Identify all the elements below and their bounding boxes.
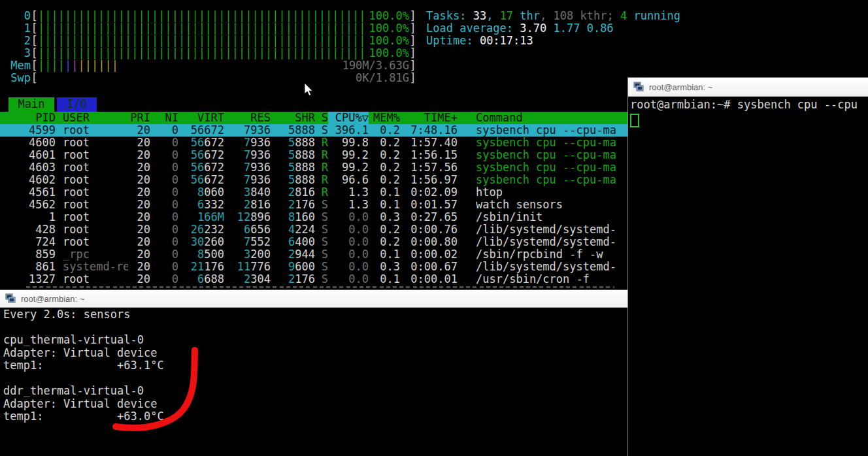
- meter-bracket: [: [31, 35, 38, 47]
- value-cpu: 396.1: [335, 124, 369, 137]
- cell-pid: 1: [0, 211, 56, 223]
- value-megabytes: 7: [244, 236, 250, 248]
- cell-cmd: sysbench cpu --cpu-ma: [458, 174, 629, 186]
- sensors-window-titlebar[interactable]: root@armbian: ~: [0, 290, 628, 308]
- cell-mem: 0.2: [369, 161, 400, 174]
- column-header-user[interactable]: USER: [56, 112, 128, 124]
- value-mem: 0.2: [380, 137, 400, 149]
- cell-mem: 0.2: [369, 174, 400, 186]
- cell-user: root: [56, 211, 128, 223]
- meter-bracket: [: [31, 47, 38, 59]
- value-megabytes: 2: [244, 199, 250, 211]
- column-header-shr[interactable]: SHR: [271, 112, 315, 124]
- process-row[interactable]: 4600root2005667279365888R99.80.21:57.40s…: [0, 137, 629, 149]
- column-header-cmd[interactable]: Command: [458, 112, 629, 124]
- column-header-virt[interactable]: VIRT: [178, 112, 224, 124]
- cell-cmd: /sbin/init: [458, 211, 629, 223]
- column-header-s[interactable]: S: [315, 112, 328, 124]
- cell-pri: 20: [128, 161, 150, 174]
- cell-time: 0:00.01: [400, 273, 458, 285]
- cell-pri: 20: [128, 137, 150, 149]
- value-megabytes: 2: [244, 273, 250, 285]
- column-header-ni[interactable]: NI: [150, 112, 178, 124]
- value-pri: 20: [137, 174, 150, 186]
- value-ni: 0: [172, 124, 178, 137]
- meter-bracket: ]: [409, 59, 416, 72]
- tab-io[interactable]: I/O: [57, 97, 97, 112]
- cell-time: 0:02.09: [400, 186, 458, 199]
- value-megabytes: 4: [288, 223, 295, 236]
- cell-mem: 0.3: [369, 211, 400, 223]
- meter-pipes: ||||||||||||||||||||||||||||||||||||||||…: [38, 47, 406, 59]
- value-time: 0:00.80: [410, 236, 458, 248]
- value-cpu: 99.8: [342, 137, 369, 149]
- column-header-cpu[interactable]: CPU%▽: [328, 112, 369, 124]
- process-row[interactable]: 861systemd-re20021176117769600S0.00.30:0…: [0, 261, 629, 273]
- column-header-time[interactable]: TIME+: [400, 112, 458, 124]
- cpu1-meter: 1[||||||||||||||||||||||||||||||||||||||…: [9, 22, 416, 35]
- cell-cpu: 96.6: [328, 174, 369, 186]
- process-row[interactable]: 4601root2005667279365888R99.20.21:56.15s…: [0, 149, 629, 161]
- shell-prompt-line[interactable]: root@armbian:~# sysbench cpu --cpu: [628, 97, 868, 112]
- value-kilobytes: 176: [295, 273, 315, 285]
- cell-res: 7936: [224, 161, 271, 174]
- value-kilobytes: 600: [295, 261, 315, 273]
- cell-pri: 20: [128, 149, 150, 161]
- process-row[interactable]: 4603root2005667279365888R99.20.21:57.56s…: [0, 161, 629, 174]
- cell-cmd: /sbin/rpcbind -f -w: [458, 248, 629, 261]
- cell-pri: 20: [128, 261, 150, 273]
- meter-value: 100.0%: [367, 10, 409, 22]
- shell-window-titlebar[interactable]: root@armbian: ~: [628, 78, 868, 97]
- column-header-pri[interactable]: PRI: [128, 112, 150, 124]
- value-kilobytes: 888: [295, 161, 315, 174]
- value-kilobytes: 816: [250, 199, 271, 211]
- cell-virt: 56672: [178, 161, 224, 174]
- process-row[interactable]: 428root2002623266564224S0.00.20:00.76/li…: [0, 223, 629, 236]
- process-row[interactable]: 724root2003026075526400S0.00.20:00.80/li…: [0, 236, 629, 248]
- meter-bracket: [: [31, 59, 38, 72]
- cell-virt: 8060: [178, 186, 224, 199]
- column-header-res[interactable]: RES: [224, 112, 271, 124]
- value-user: root: [63, 199, 90, 211]
- sensors-terminal-window[interactable]: root@armbian: ~ Every 2.0s: sensors cpu_…: [0, 289, 629, 456]
- column-header-pid[interactable]: PID: [0, 112, 56, 124]
- process-row[interactable]: 4561root200806038402816R1.30.10:02.09hto…: [0, 186, 629, 199]
- cell-ni: 0: [150, 149, 178, 161]
- value-megabytes: 5: [288, 137, 295, 149]
- cell-time: 7:48.16: [400, 124, 458, 137]
- cell-mem: 0.2: [369, 149, 400, 161]
- value-megabytes: 6: [288, 236, 295, 248]
- value-s: S: [322, 236, 328, 248]
- cell-s: S: [315, 236, 328, 248]
- cell-cpu: 1.3: [328, 199, 369, 211]
- process-row[interactable]: 859_rpc200850032002944S0.00.10:00.02/sbi…: [0, 248, 629, 261]
- value-time: 7:48.16: [410, 124, 458, 137]
- cell-user: root: [56, 174, 128, 186]
- value-megabytes: 7: [244, 137, 250, 149]
- cell-virt: 26232: [178, 223, 224, 236]
- value-megabytes: 56: [191, 161, 204, 174]
- cell-pri: 20: [128, 236, 150, 248]
- value-kilobytes: 656: [250, 223, 271, 236]
- value-ni: 0: [172, 261, 178, 273]
- value-megabytes: 5: [288, 174, 295, 186]
- value-ni: 0: [172, 186, 178, 199]
- cell-s: R: [315, 174, 328, 186]
- cell-cmd: watch sensors: [458, 199, 629, 211]
- process-row[interactable]: 1root200166M128968160S0.00.30:27.65/sbin…: [0, 211, 629, 223]
- meter-bracket: [: [31, 72, 38, 84]
- sensors-output[interactable]: Every 2.0s: sensors cpu_thermal-virtual-…: [0, 308, 628, 423]
- cell-cpu: 0.0: [328, 248, 369, 261]
- process-row[interactable]: 4602root2005667279365888R96.60.21:56.97s…: [0, 174, 629, 186]
- value-cpu: 0.0: [348, 273, 369, 285]
- tab-main[interactable]: Main: [8, 97, 54, 112]
- process-row[interactable]: 1327root200668823042176S0.00.10:00.01/us…: [0, 273, 629, 285]
- process-row[interactable]: 4599root2005667279365888S396.10.27:48.16…: [0, 124, 629, 137]
- value-mem: 0.2: [380, 236, 400, 248]
- shell-terminal-window[interactable]: root@armbian: ~ root@armbian:~# sysbench…: [627, 77, 868, 456]
- value-pid: 4600: [29, 137, 56, 149]
- value-pid: 859: [35, 248, 56, 261]
- column-header-mem[interactable]: MEM%: [369, 112, 400, 124]
- cell-shr: 5888: [271, 137, 315, 149]
- process-row[interactable]: 4562root200633228162176S1.30.10:01.57wat…: [0, 199, 629, 211]
